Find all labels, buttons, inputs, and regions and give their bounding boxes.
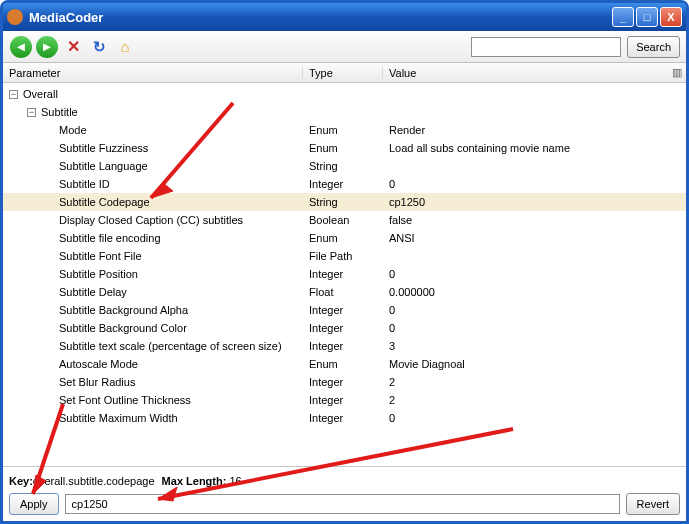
param-label: Autoscale Mode (59, 355, 138, 373)
param-label: Overall (23, 85, 58, 103)
param-label: Subtitle ID (59, 175, 110, 193)
stop-button[interactable]: ✕ (61, 35, 85, 59)
type-label: String (303, 193, 383, 211)
maxlength-label: Max Length: (162, 475, 227, 487)
parameter-tree[interactable]: −Overall−SubtitleModeEnumRenderSubtitle … (3, 83, 686, 466)
param-label: Subtitle Delay (59, 283, 127, 301)
type-label: Boolean (303, 211, 383, 229)
table-row[interactable]: Subtitle PositionInteger0 (3, 265, 686, 283)
param-label: Set Font Outline Thickness (59, 391, 191, 409)
type-label: Integer (303, 373, 383, 391)
table-row[interactable]: Set Blur RadiusInteger2 (3, 373, 686, 391)
param-label: Subtitle file encoding (59, 229, 161, 247)
search-button[interactable]: Search (627, 36, 680, 58)
param-label: Display Closed Caption (CC) subtitles (59, 211, 243, 229)
home-button[interactable]: ⌂ (113, 35, 137, 59)
table-header: Parameter Type Value ▥ (3, 63, 686, 83)
value-label: 2 (383, 391, 686, 409)
value-input[interactable] (65, 494, 620, 514)
table-row[interactable]: Subtitle Font FileFile Path (3, 247, 686, 265)
type-label: Enum (303, 229, 383, 247)
type-label: Float (303, 283, 383, 301)
value-label: false (383, 211, 686, 229)
type-label: Integer (303, 409, 383, 427)
minimize-button[interactable]: _ (612, 7, 634, 27)
type-label: Integer (303, 175, 383, 193)
param-label: Set Blur Radius (59, 373, 135, 391)
table-row[interactable]: Subtitle Background ColorInteger0 (3, 319, 686, 337)
table-row[interactable]: Autoscale ModeEnumMovie Diagnoal (3, 355, 686, 373)
type-label: Enum (303, 355, 383, 373)
param-label: Subtitle Background Alpha (59, 301, 188, 319)
table-row[interactable]: Subtitle text scale (percentage of scree… (3, 337, 686, 355)
column-header-type[interactable]: Type (303, 67, 383, 79)
table-row[interactable]: Subtitle Maximum WidthInteger0 (3, 409, 686, 427)
param-label: Subtitle Language (59, 157, 148, 175)
value-label: Load all subs containing movie name (383, 139, 686, 157)
type-label: Integer (303, 319, 383, 337)
footer: Key:overall.subtitle.codepage Max Length… (3, 466, 686, 521)
tree-category[interactable]: −Overall (3, 85, 686, 103)
value-label: 0 (383, 265, 686, 283)
type-label: Enum (303, 121, 383, 139)
forward-button[interactable]: ► (35, 35, 59, 59)
value-label: 3 (383, 337, 686, 355)
column-header-value[interactable]: Value (383, 67, 668, 79)
close-button[interactable]: X (660, 7, 682, 27)
table-row[interactable]: Subtitle CodepageStringcp1250 (3, 193, 686, 211)
back-button[interactable]: ◄ (9, 35, 33, 59)
app-icon (7, 9, 23, 25)
type-label: Integer (303, 265, 383, 283)
reload-button[interactable]: ↻ (87, 35, 111, 59)
value-label: 0.000000 (383, 283, 686, 301)
search-input[interactable] (471, 37, 621, 57)
table-row[interactable]: ModeEnumRender (3, 121, 686, 139)
type-label: Integer (303, 301, 383, 319)
table-row[interactable]: Subtitle FuzzinessEnumLoad all subs cont… (3, 139, 686, 157)
param-label: Subtitle (41, 103, 78, 121)
param-label: Subtitle Codepage (59, 193, 150, 211)
param-label: Subtitle Maximum Width (59, 409, 178, 427)
key-label: Key: (9, 475, 33, 487)
value-label: 2 (383, 373, 686, 391)
table-row[interactable]: Subtitle Background AlphaInteger0 (3, 301, 686, 319)
value-label: cp1250 (383, 193, 686, 211)
maximize-button[interactable]: □ (636, 7, 658, 27)
type-label: String (303, 157, 383, 175)
value-label: Render (383, 121, 686, 139)
value-label: Movie Diagnoal (383, 355, 686, 373)
window-title: MediaCoder (29, 10, 612, 25)
value-label: 0 (383, 409, 686, 427)
table-row[interactable]: Set Font Outline ThicknessInteger2 (3, 391, 686, 409)
column-header-parameter[interactable]: Parameter (3, 67, 303, 79)
param-label: Mode (59, 121, 87, 139)
apply-button[interactable]: Apply (9, 493, 59, 515)
key-value: overall.subtitle.codepage (33, 475, 155, 487)
expander-icon[interactable]: − (9, 90, 18, 99)
table-row[interactable]: Display Closed Caption (CC) subtitlesBoo… (3, 211, 686, 229)
param-label: Subtitle Background Color (59, 319, 187, 337)
table-row[interactable]: Subtitle file encodingEnumANSI (3, 229, 686, 247)
param-label: Subtitle Fuzziness (59, 139, 148, 157)
revert-button[interactable]: Revert (626, 493, 680, 515)
param-label: Subtitle Font File (59, 247, 142, 265)
expander-icon[interactable]: − (27, 108, 36, 117)
type-label: File Path (303, 247, 383, 265)
param-label: Subtitle text scale (percentage of scree… (59, 337, 282, 355)
type-label: Enum (303, 139, 383, 157)
table-row[interactable]: Subtitle LanguageString (3, 157, 686, 175)
table-row[interactable]: Subtitle DelayFloat0.000000 (3, 283, 686, 301)
value-label: 0 (383, 175, 686, 193)
table-row[interactable]: Subtitle IDInteger0 (3, 175, 686, 193)
maxlength-value: 16 (229, 475, 241, 487)
value-label: 0 (383, 301, 686, 319)
tree-category[interactable]: −Subtitle (3, 103, 686, 121)
value-label: ANSI (383, 229, 686, 247)
toolbar: ◄ ► ✕ ↻ ⌂ Search (3, 31, 686, 63)
value-label: 0 (383, 319, 686, 337)
param-label: Subtitle Position (59, 265, 138, 283)
column-options-icon[interactable]: ▥ (668, 66, 686, 79)
titlebar: MediaCoder _ □ X (3, 3, 686, 31)
type-label: Integer (303, 337, 383, 355)
type-label: Integer (303, 391, 383, 409)
